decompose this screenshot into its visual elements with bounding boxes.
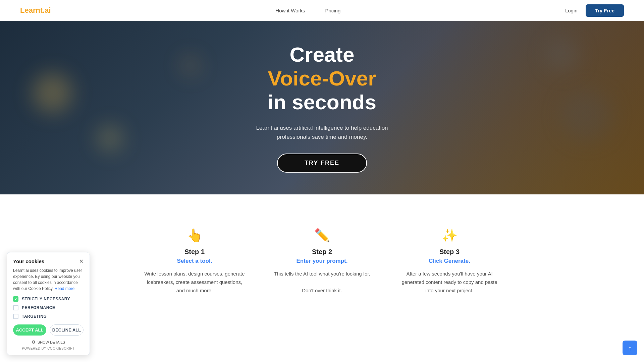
nav-how-it-works[interactable]: How it Works bbox=[275, 8, 305, 13]
step-3-icon: ✨ bbox=[399, 228, 500, 243]
nav-pricing[interactable]: Pricing bbox=[325, 8, 340, 13]
navbar-right: Login Try Free bbox=[565, 4, 624, 17]
hero-section: Create Voice-Over in seconds Learnt.ai u… bbox=[0, 21, 644, 194]
steps-section: 👆 Step 1 Select a tool. Write lesson pla… bbox=[0, 194, 644, 321]
step-1-action: Select a tool. bbox=[144, 258, 245, 264]
strictly-necessary-checkbox[interactable] bbox=[13, 296, 18, 302]
step-1-desc: Write lesson plans, design courses, gene… bbox=[144, 270, 245, 295]
steps-grid: 👆 Step 1 Select a tool. Write lesson pla… bbox=[138, 221, 506, 301]
step-3-desc: After a few seconds you'll have your AI … bbox=[399, 270, 500, 295]
hero-subtitle: Learnt.ai uses artificial intelligence t… bbox=[256, 123, 388, 141]
logo-text: Learnt. bbox=[20, 6, 45, 14]
step-1-icon: 👆 bbox=[144, 228, 245, 243]
hero-title-seconds: in seconds bbox=[256, 90, 388, 114]
cookie-close-button[interactable]: ✕ bbox=[79, 259, 84, 264]
step-2-desc: This tells the AI tool what you're looki… bbox=[272, 270, 372, 295]
cookie-option-strictly: STRICTLY NECESSARY bbox=[13, 296, 84, 302]
step-2-card: ✏️ Step 2 Enter your prompt. This tells … bbox=[265, 221, 379, 301]
logo-highlight: ai bbox=[45, 6, 51, 14]
hero-title-create: Create bbox=[256, 43, 388, 66]
cookie-banner: Your cookies ✕ Learnt.ai uses cookies to… bbox=[7, 252, 90, 321]
cookie-read-more-link[interactable]: Read more bbox=[55, 286, 74, 291]
step-3-number: Step 3 bbox=[399, 248, 500, 256]
try-free-button[interactable]: Try Free bbox=[586, 4, 624, 17]
step-1-card: 👆 Step 1 Select a tool. Write lesson pla… bbox=[138, 221, 252, 301]
step-1-number: Step 1 bbox=[144, 248, 245, 256]
cookie-header: Your cookies ✕ bbox=[13, 258, 84, 264]
navbar: Learnt.ai How it Works Pricing Login Try… bbox=[0, 0, 644, 21]
hero-cta-button[interactable]: TRY FREE bbox=[277, 154, 367, 173]
performance-label: PERFORMANCE bbox=[22, 305, 55, 310]
targeting-checkbox[interactable] bbox=[13, 314, 18, 319]
targeting-label: TARGETING bbox=[22, 314, 47, 319]
cookie-description: Learnt.ai uses cookies to improve user e… bbox=[13, 267, 84, 292]
step-2-number: Step 2 bbox=[272, 248, 372, 256]
strictly-necessary-label: STRICTLY NECESSARY bbox=[22, 297, 70, 301]
step-3-card: ✨ Step 3 Click Generate. After a few sec… bbox=[392, 221, 506, 301]
logo[interactable]: Learnt.ai bbox=[20, 6, 51, 15]
login-link[interactable]: Login bbox=[565, 8, 578, 13]
nav-links: How it Works Pricing bbox=[275, 8, 340, 13]
step-2-icon: ✏️ bbox=[272, 228, 372, 243]
step-2-action: Enter your prompt. bbox=[272, 258, 372, 264]
performance-checkbox[interactable] bbox=[13, 305, 18, 310]
hero-title-voiceover: Voice-Over bbox=[256, 66, 388, 90]
hero-content: Create Voice-Over in seconds Learnt.ai u… bbox=[249, 43, 394, 173]
cookie-title: Your cookies bbox=[13, 258, 44, 264]
step-3-action: Click Generate. bbox=[399, 258, 500, 264]
cookie-option-performance: PERFORMANCE bbox=[13, 305, 84, 310]
cookie-option-targeting: TARGETING bbox=[13, 314, 84, 319]
